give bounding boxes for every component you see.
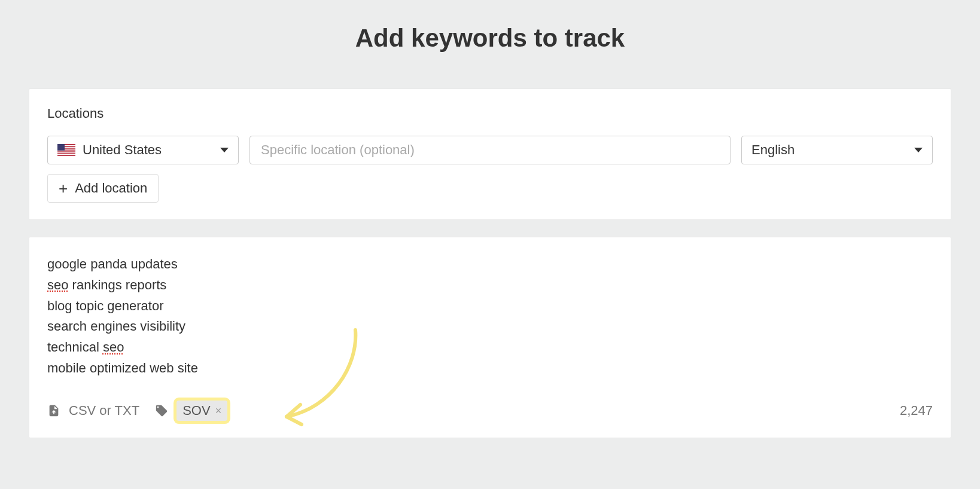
keyword-line: technical seo: [47, 337, 933, 358]
close-icon[interactable]: ×: [215, 405, 222, 416]
locations-label: Locations: [47, 106, 933, 121]
upload-file-button[interactable]: CSV or TXT: [47, 403, 139, 418]
svg-rect-6: [57, 154, 75, 155]
language-selected-text: English: [751, 142, 795, 158]
sov-tag-text: SOV: [182, 403, 210, 418]
file-upload-icon: [47, 404, 60, 417]
keyword-textarea[interactable]: google panda updates seo rankings report…: [47, 254, 933, 379]
specific-location-input[interactable]: [249, 136, 731, 164]
add-location-button[interactable]: + Add location: [47, 174, 159, 203]
plus-icon: +: [59, 181, 68, 196]
keyword-line: google panda updates: [47, 254, 933, 275]
country-selected-text: United States: [83, 142, 162, 158]
language-dropdown[interactable]: English: [741, 136, 933, 164]
upload-label: CSV or TXT: [69, 403, 139, 418]
keyword-line: blog topic generator: [47, 296, 933, 317]
keyword-line: search engines visibility: [47, 316, 933, 337]
country-dropdown[interactable]: United States: [47, 136, 239, 164]
keywords-footer: CSV or TXT SOV × 2,247: [47, 401, 933, 421]
tag-button[interactable]: SOV ×: [155, 401, 227, 421]
keyword-line: seo rankings reports: [47, 275, 933, 296]
keyword-line: mobile optimized web site: [47, 358, 933, 379]
caret-down-icon: [220, 148, 229, 152]
sov-tag-chip[interactable]: SOV ×: [176, 401, 227, 421]
svg-rect-4: [57, 151, 75, 152]
keyword-count: 2,247: [900, 403, 933, 418]
page-title: Add keywords to track: [29, 24, 951, 53]
location-row: United States English: [47, 136, 933, 164]
svg-rect-7: [57, 144, 65, 151]
locations-card: Locations: [29, 88, 951, 220]
add-location-label: Add location: [75, 181, 147, 196]
caret-down-icon: [914, 148, 923, 152]
tag-icon: [155, 404, 168, 417]
keywords-card: google panda updates seo rankings report…: [29, 237, 951, 438]
svg-rect-5: [57, 152, 75, 154]
us-flag-icon: [57, 144, 75, 156]
